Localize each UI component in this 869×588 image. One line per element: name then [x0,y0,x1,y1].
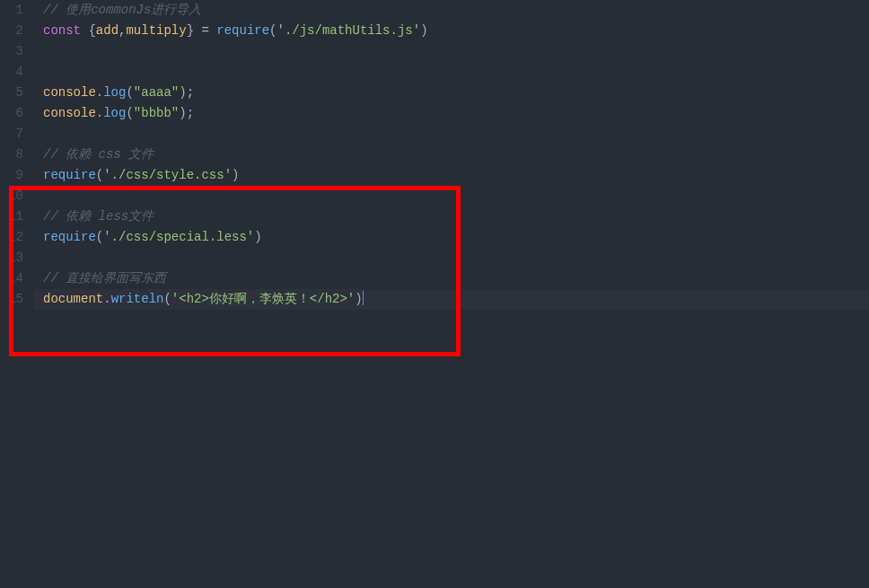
code-line[interactable] [34,41,869,62]
code-editor[interactable]: 123456789101112131415 // 使用commonJs进行导入c… [0,0,869,588]
code-token: ( [126,106,133,120]
code-token: ( [269,23,276,38]
line-number: 3 [0,41,23,62]
line-number: 9 [0,165,23,186]
code-token: ) [254,230,261,244]
code-token: // 使用commonJs进行导入 [43,3,201,17]
code-token: ( [163,292,171,306]
line-number: 15 [0,289,23,310]
code-line[interactable]: // 依赖 less文件 [34,206,869,227]
code-line[interactable]: require('./css/style.css') [34,165,869,186]
code-line[interactable]: require('./css/special.less') [34,227,869,248]
code-token: add [96,23,118,38]
code-token: log [103,106,126,120]
code-token: document [43,292,103,306]
line-number: 10 [0,186,23,206]
code-line[interactable]: // 直接给界面写东西 [34,268,869,289]
code-line[interactable] [34,186,869,206]
code-token: ( [126,85,133,100]
line-number: 11 [0,206,23,227]
line-number: 8 [0,145,23,165]
code-line[interactable]: document.writeln('<h2>你好啊，李焕英！</h2>') [34,289,869,310]
line-number: 1 [0,0,23,21]
code-token: . [96,85,103,100]
code-token: writeln [111,292,164,306]
code-token: log [103,85,126,100]
code-token: ) [232,168,239,182]
line-number: 5 [0,83,23,103]
code-token: require [43,230,96,244]
code-line[interactable] [34,248,869,268]
code-line[interactable]: const {add,multiply} = require('./js/mat… [34,21,869,41]
code-token: . [103,292,110,306]
code-token: ) [420,23,427,38]
code-token: "aaaa" [134,85,179,100]
code-token: const [43,23,81,38]
line-number: 2 [0,21,23,41]
line-number: 13 [0,248,23,268]
line-number: 14 [0,268,23,289]
code-token: multiply [126,23,186,38]
code-line[interactable]: console.log("aaaa"); [34,83,869,103]
code-token: './js/mathUtils.js' [277,23,421,38]
line-number: 6 [0,103,23,124]
code-token: console [43,85,96,100]
code-token: . [96,106,103,120]
code-token: ) [355,292,362,306]
code-line[interactable] [34,124,869,145]
code-token: ( [96,230,103,244]
text-cursor [363,291,364,305]
line-number: 4 [0,62,23,83]
code-token: // 依赖 css 文件 [43,147,154,162]
code-token: './css/style.css' [103,168,232,182]
code-token: console [43,106,96,120]
code-token: './css/special.less' [103,230,254,244]
code-token: ( [96,168,103,182]
code-token: } = [187,23,217,38]
code-token: ); [179,85,194,100]
line-number-gutter: 123456789101112131415 [0,0,34,588]
code-token: // 直接给界面写东西 [43,271,166,285]
code-token: require [43,168,96,182]
line-number: 7 [0,124,23,145]
code-token: // 依赖 less文件 [43,209,154,224]
code-line[interactable] [34,62,869,83]
code-line[interactable]: // 依赖 css 文件 [34,145,869,165]
code-token: "bbbb" [134,106,179,120]
code-token: ); [179,106,194,120]
code-token: '<h2>你好啊，李焕英！</h2>' [171,292,355,306]
code-area[interactable]: // 使用commonJs进行导入const {add,multiply} = … [34,0,869,588]
code-line[interactable]: // 使用commonJs进行导入 [34,0,869,21]
code-token: { [81,23,96,38]
line-number: 12 [0,227,23,248]
code-line[interactable]: console.log("bbbb"); [34,103,869,124]
code-token: require [216,23,269,38]
